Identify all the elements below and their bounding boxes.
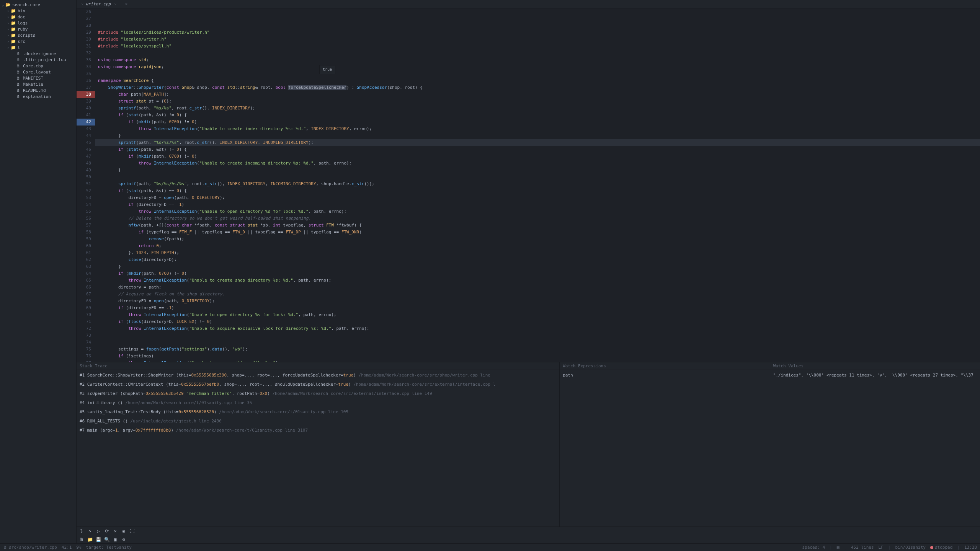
- code-body[interactable]: #include "locales/indices/products/write…: [95, 8, 980, 362]
- tree-folder[interactable]: ›📁doc: [0, 14, 76, 20]
- tree-file[interactable]: 🗎Core.cbp: [0, 63, 76, 69]
- save-icon[interactable]: 💾: [96, 537, 101, 542]
- code-line[interactable]: throw InternalException("Unable to open …: [95, 208, 980, 215]
- stack-frame[interactable]: #2 CWriterContext::CWriterContext (this=…: [80, 381, 556, 388]
- code-line[interactable]: sprintf(path, "%s/%s/%s", root.c_str(), …: [95, 139, 980, 146]
- tree-folder[interactable]: ›📁t: [0, 44, 76, 51]
- code-line[interactable]: }: [95, 132, 980, 139]
- settings-icon[interactable]: ⚙: [121, 537, 126, 542]
- stack-trace-panel[interactable]: Stack Trace #1 SearchCore::ShopWriter::S…: [77, 362, 560, 527]
- code-line[interactable]: if (directoryFD == -1): [95, 305, 980, 311]
- open-folder-icon[interactable]: 📁: [87, 537, 93, 542]
- status-encoding[interactable]: LF: [879, 545, 884, 550]
- code-line[interactable]: char path[MAX_PATH];: [95, 91, 980, 98]
- tree-folder[interactable]: ›📁logs: [0, 20, 76, 26]
- breakpoint-icon[interactable]: ◉: [121, 528, 126, 534]
- code-line[interactable]: if (mkdir(path, 0700) != 0): [95, 270, 980, 277]
- close-icon[interactable]: ×: [125, 2, 128, 7]
- code-line[interactable]: settings = fopen(getPath("settings").dat…: [95, 346, 980, 353]
- step-over-icon[interactable]: ↷: [87, 528, 93, 534]
- stack-frame[interactable]: #5 sanity_loading_Test::TestBody (this=0…: [80, 408, 556, 416]
- code-line[interactable]: remove(fpath);: [95, 236, 980, 243]
- search-icon[interactable]: 🔍: [104, 537, 109, 542]
- code-line[interactable]: struct stat st = {0};: [95, 98, 980, 105]
- stack-frame[interactable]: #4 initLibrary () /home/adam/Work/search…: [80, 399, 556, 407]
- tree-file[interactable]: 🗎Core.layout: [0, 69, 76, 75]
- code-line[interactable]: directoryFD = open(path, O_DIRECTORY);: [95, 298, 980, 305]
- continue-icon[interactable]: ▷: [96, 528, 101, 534]
- code-line[interactable]: sprintf(path, "%s/%s", root.c_str(), IND…: [95, 105, 980, 112]
- code-line[interactable]: throw InternalException("Unable to open …: [95, 311, 980, 318]
- breakpoint-marker[interactable]: [77, 91, 95, 98]
- tree-file[interactable]: 🗎MANIFEST: [0, 75, 76, 81]
- current-line-marker[interactable]: [77, 119, 95, 126]
- code-line[interactable]: throw InternalException("Unable to creat…: [95, 277, 980, 284]
- code-line[interactable]: using namespace rapidjson;: [95, 64, 980, 70]
- step-into-icon[interactable]: ⤵: [79, 528, 84, 534]
- tree-file[interactable]: 🗎Makefile: [0, 81, 76, 87]
- code-line[interactable]: directory = path;: [95, 284, 980, 291]
- restart-icon[interactable]: ⟳: [104, 528, 109, 534]
- watch-expr-panel[interactable]: Watch Expressions path: [560, 362, 770, 527]
- code-line[interactable]: }: [95, 263, 980, 270]
- tree-folder[interactable]: ›📁ruby: [0, 26, 76, 32]
- watch-val-panel[interactable]: Watch Values "./indices", '\\000' <repea…: [770, 362, 980, 527]
- code-line[interactable]: #include "locales/symspell.h": [95, 43, 980, 50]
- code-line[interactable]: [95, 174, 980, 181]
- status-binary[interactable]: bin/01sanity: [895, 545, 925, 550]
- code-line[interactable]: [95, 50, 980, 57]
- tree-file[interactable]: 🗎.lite_project.lua: [0, 57, 76, 63]
- tree-folder[interactable]: ›📁src: [0, 38, 76, 44]
- code-line[interactable]: close(directoryFD);: [95, 256, 980, 263]
- code-line[interactable]: ShopWriter::ShopWriter(const Shop& shop,…: [95, 84, 980, 91]
- stack-frame[interactable]: #6 RUN_ALL_TESTS () /usr/include/gtest/g…: [80, 417, 556, 425]
- code-line[interactable]: throw InternalException("Unable to creat…: [95, 160, 980, 167]
- expand-icon[interactable]: ⛶: [129, 528, 135, 534]
- code-line[interactable]: namespace SearchCore {: [95, 77, 980, 84]
- map-icon[interactable]: ▦: [837, 545, 840, 550]
- code-line[interactable]: if (flock(directoryFD, LOCK_EX) != 0): [95, 318, 980, 325]
- code-line[interactable]: sprintf(path, "%s/%s/%s/%s", root.c_str(…: [95, 181, 980, 187]
- tree-root[interactable]: ⌄ 📂 search-core: [0, 2, 76, 8]
- tab-writer[interactable]: ~ writer.cpp ~ ×: [77, 0, 131, 8]
- code-line[interactable]: if (stat(path, &st) != 0) {: [95, 146, 980, 153]
- code-line[interactable]: return 0;: [95, 243, 980, 249]
- code-line[interactable]: if (directoryFD == -1): [95, 201, 980, 208]
- file-tree[interactable]: ⌄ 📂 search-core ›📁bin›📁doc›📁logs›📁ruby›📁…: [0, 0, 77, 543]
- code-line[interactable]: // Delete the directory so we don't get …: [95, 215, 980, 222]
- watch-expression[interactable]: path: [563, 372, 766, 379]
- code-line[interactable]: nftw(path, +[](const char *fpath, const …: [95, 222, 980, 229]
- code-line[interactable]: using namespace std;: [95, 57, 980, 64]
- tree-folder[interactable]: ›📁bin: [0, 8, 76, 14]
- code-line[interactable]: [95, 70, 980, 77]
- tree-file[interactable]: 🗎explanation: [0, 93, 76, 99]
- code-line[interactable]: if (stat(path, &st) == 0) {: [95, 187, 980, 194]
- tree-folder[interactable]: ›📁scripts: [0, 32, 76, 38]
- status-file[interactable]: 🗎 src/shop/writer.cpp: [3, 545, 57, 550]
- code-line[interactable]: directoryFD = open(path, O_DIRECTORY);: [95, 194, 980, 201]
- code-line[interactable]: throw InternalException("Unable to creat…: [95, 126, 980, 132]
- code-line[interactable]: }, 1024, FTW_DEPTH);: [95, 249, 980, 256]
- new-file-icon[interactable]: 🗎: [79, 537, 84, 542]
- code-line[interactable]: if (mkdir(path, 0700) != 0): [95, 153, 980, 160]
- code-line[interactable]: #include "locales/indices/products/write…: [95, 29, 980, 36]
- stack-frame[interactable]: #1 SearchCore::ShopWriter::ShopWriter (t…: [80, 372, 556, 379]
- stop-icon[interactable]: ✕: [113, 528, 118, 534]
- code-line[interactable]: throw InternalException("Unable to acqui…: [95, 325, 980, 332]
- code-editor[interactable]: 2627282930313233343536373839404142434445…: [77, 8, 980, 362]
- tree-file[interactable]: 🗎.dockerignore: [0, 51, 76, 57]
- code-line[interactable]: if (stat(path, &st) != 0) {: [95, 112, 980, 119]
- code-line[interactable]: [95, 332, 980, 339]
- status-spaces[interactable]: spaces: 4: [802, 545, 825, 550]
- code-line[interactable]: // Acquire an flock on the shop director…: [95, 291, 980, 298]
- code-line[interactable]: if (mkdir(path, 0700) != 0): [95, 119, 980, 126]
- line-gutter[interactable]: 2627282930313233343536373839404142434445…: [77, 8, 95, 362]
- code-line[interactable]: throw InternalException("Unable to open …: [95, 360, 980, 362]
- terminal-icon[interactable]: ▣: [113, 537, 118, 542]
- code-line[interactable]: [95, 339, 980, 346]
- stack-frame[interactable]: #3 scOpenWriter (shopPath=0x55555563b542…: [80, 390, 556, 398]
- code-line[interactable]: #include "locales/writer.h": [95, 36, 980, 43]
- code-line[interactable]: }: [95, 167, 980, 174]
- status-position[interactable]: 42:1: [62, 545, 72, 550]
- code-line[interactable]: if (typeflag == FTW_F || typeflag == FTW…: [95, 229, 980, 236]
